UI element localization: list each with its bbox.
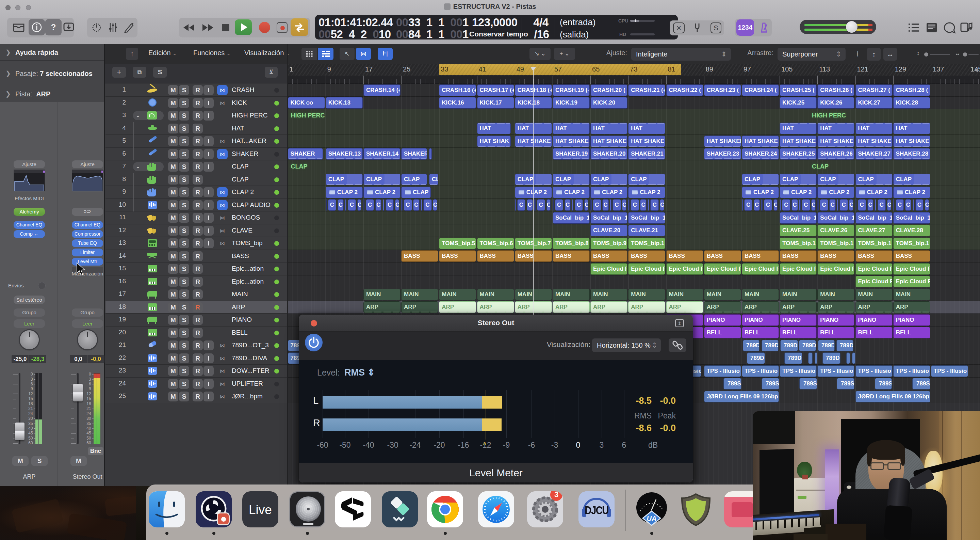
svg-text:UA: UA xyxy=(647,515,657,522)
